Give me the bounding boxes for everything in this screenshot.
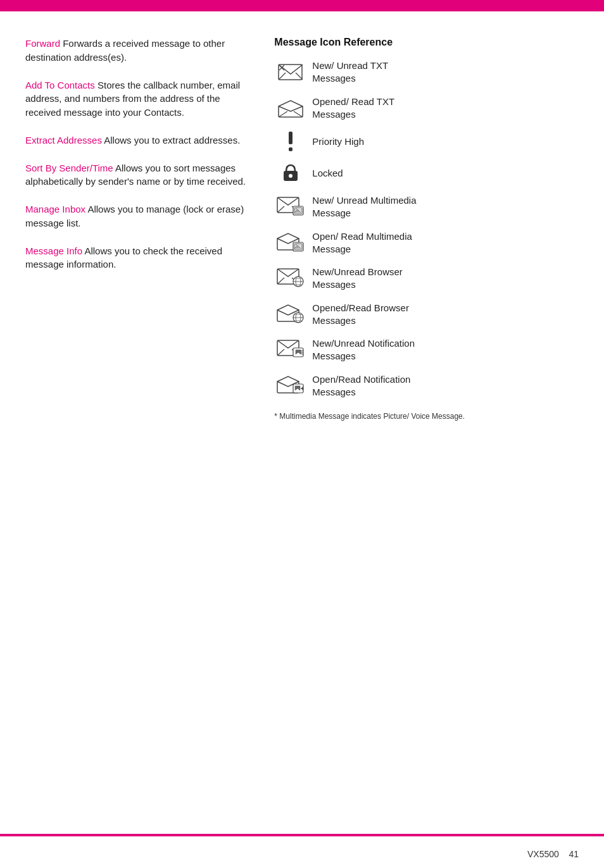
menu-label-inbox: Manage Inbox — [25, 204, 85, 214]
menu-item-extract: Extract Addresses Allows you to extract … — [25, 133, 255, 147]
svg-line-21 — [277, 278, 284, 284]
priority-icon — [274, 131, 307, 152]
menu-label-sort: Sort By Sender/Time — [25, 163, 113, 173]
open-mms-desc: Open/ Read Multimedia Message — [312, 230, 412, 256]
menu-item-forward: Forward Forwards a received message to o… — [25, 37, 255, 65]
new-txt-desc: New/ Unread TXT Messages — [312, 59, 388, 85]
svg-line-12 — [277, 206, 284, 213]
menu-item-add-contacts: Add To Contacts Stores the callback numb… — [25, 78, 255, 120]
open-notif-icon — [274, 375, 307, 397]
right-column: Message Icon Reference New/ Unread TXT M… — [274, 30, 579, 830]
menu-item-inbox: Manage Inbox Allows you to manage (lock … — [25, 202, 255, 230]
menu-label-forward: Forward — [25, 38, 60, 49]
svg-rect-7 — [289, 132, 293, 144]
new-mms-desc: New/ Unread Multimedia Message — [312, 194, 416, 220]
section-title: Message Icon Reference — [274, 37, 579, 48]
locked-desc: Locked — [312, 167, 343, 180]
menu-label-msginfo: Message Info — [25, 245, 82, 256]
svg-rect-8 — [289, 147, 293, 151]
icon-row-open-browser: Opened/Read Browser Messages — [274, 302, 579, 328]
icon-row-new-mms: New/ Unread Multimedia Message — [274, 194, 579, 220]
open-notif-desc: Open/Read Notification Messages — [312, 373, 410, 399]
svg-line-34 — [277, 349, 284, 356]
open-browser-desc: Opened/Read Browser Messages — [312, 302, 409, 328]
icon-row-open-txt: Opened/ Read TXT Messages — [274, 96, 579, 121]
bottom-bar — [0, 834, 604, 836]
new-browser-icon — [274, 268, 307, 289]
menu-item-sort: Sort By Sender/Time Allows you to sort m… — [25, 161, 255, 189]
icon-row-open-mms: Open/ Read Multimedia Message — [274, 230, 579, 256]
open-txt-desc: Opened/ Read TXT Messages — [312, 96, 394, 121]
open-mms-icon — [274, 232, 307, 254]
svg-line-5 — [279, 111, 287, 117]
menu-item-msginfo: Message Info Allows you to check the rec… — [25, 244, 255, 272]
open-browser-icon — [274, 304, 307, 325]
icon-row-priority: Priority High — [274, 131, 579, 152]
icon-row-new-txt: New/ Unread TXT Messages — [274, 59, 579, 85]
priority-desc: Priority High — [312, 135, 364, 148]
icon-row-new-notif: New/Unread Notification Messages — [274, 337, 579, 363]
new-notif-icon — [274, 339, 307, 361]
locked-icon — [274, 163, 307, 184]
svg-line-6 — [294, 111, 303, 117]
svg-point-10 — [289, 174, 293, 178]
open-txt-icon — [274, 99, 307, 118]
footnote: * Multimedia Message indicates Picture/ … — [274, 411, 579, 422]
model-text: VX5500 — [527, 849, 559, 859]
menu-label-add-contacts: Add To Contacts — [25, 80, 95, 90]
icon-row-new-browser: New/Unread Browser Messages — [274, 266, 579, 292]
page-number: 41 — [569, 849, 579, 859]
icon-row-locked: Locked — [274, 163, 579, 184]
new-mms-icon — [274, 196, 307, 218]
svg-point-16 — [296, 208, 298, 210]
page-footer: VX5500 41 — [527, 849, 579, 859]
top-bar — [0, 0, 604, 11]
icon-row-open-notif: Open/Read Notification Messages — [274, 373, 579, 399]
menu-label-extract: Extract Addresses — [25, 135, 102, 146]
new-notif-desc: New/Unread Notification Messages — [312, 337, 415, 363]
new-txt-icon — [274, 63, 307, 82]
menu-desc-extract: Allows you to extract addresses. — [102, 135, 240, 146]
new-browser-desc: New/Unread Browser Messages — [312, 266, 403, 292]
svg-line-1 — [279, 73, 286, 80]
left-column: Forward Forwards a received message to o… — [25, 30, 274, 830]
svg-point-19 — [296, 244, 298, 245]
